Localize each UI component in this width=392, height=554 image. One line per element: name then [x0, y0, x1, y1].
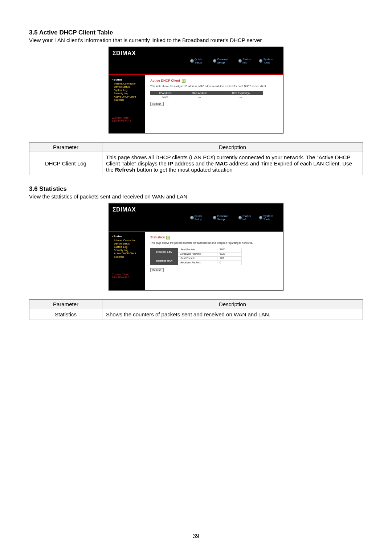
current-time-value: 1/1/1970 0:44:44	[112, 119, 145, 122]
wan-sent-value: 120	[217, 257, 242, 261]
sidebar-status-head[interactable]: Status	[112, 235, 145, 238]
top-menu-status-info[interactable]: Status Info	[238, 58, 256, 64]
sidebar-item-statistics[interactable]: Statistics	[112, 98, 145, 102]
sidebar: Status Internet Connection Device Status…	[109, 232, 145, 290]
top-menu-general-setup[interactable]: General Setup	[213, 214, 235, 221]
param-name: DHCP Client Log	[29, 152, 102, 175]
iface-lan-label: Ethernet LAN	[150, 248, 178, 257]
param-desc: This page shows all DHCP clients (LAN PC…	[102, 152, 363, 175]
help-icon[interactable]: ?	[166, 236, 170, 239]
lan-recv-value: 6128	[217, 252, 242, 257]
top-menu-system-tools[interactable]: System Tools	[259, 58, 279, 64]
sidebar-item-internet-connection[interactable]: Internet Connection	[112, 239, 145, 242]
content-title: Statistics	[150, 235, 165, 239]
param-desc: Shows the counters of packets sent and r…	[102, 309, 363, 320]
current-time-label: Current Time	[112, 273, 145, 276]
stat-row-wan: Ethernet WAN Sent Packets120 Received Pa…	[150, 257, 278, 265]
top-menu: Quick Setup General Setup Status Info Sy…	[190, 214, 279, 221]
page-number: 39	[0, 533, 392, 539]
top-menu-general-setup[interactable]: General Setup	[213, 58, 235, 64]
brand-logo: ΣDIMAX	[113, 206, 190, 213]
sidebar-item-system-log[interactable]: System Log	[112, 245, 145, 249]
dhcp-table: IP Address MAC Address Time Expired(s) N…	[150, 91, 263, 99]
menu-icon	[213, 59, 216, 63]
col-mac: MAC Address	[180, 91, 219, 95]
col-parameter: Parameter	[29, 143, 102, 152]
col-time: Time Expired(s)	[219, 91, 263, 95]
param-table-35: Parameter Description DHCP Client Log Th…	[29, 142, 363, 175]
section-heading-35: 3.5 Active DHCP Client Table	[29, 29, 363, 36]
param-name: Statistics	[29, 309, 102, 320]
screenshot-dhcp: ΣDIMAX NETWORKING PEOPLE TOGETHER Quick …	[109, 47, 283, 134]
col-ip: IP Address	[150, 91, 180, 95]
screenshot-statistics: ΣDIMAX NETWORKING PEOPLE TOGETHER Quick …	[109, 203, 283, 290]
brand-tagline: NETWORKING PEOPLE TOGETHER	[113, 59, 167, 72]
help-icon[interactable]: ?	[182, 79, 185, 83]
content-description: This page shows the packet counters for …	[150, 242, 278, 244]
param-table-36: Parameter Description Statistics Shows t…	[29, 299, 363, 320]
sidebar-item-active-dhcp-client[interactable]: Active DHCP Client	[112, 95, 145, 98]
stat-row-lan: Ethernet LAN Sent Packets3806 Received P…	[150, 248, 278, 257]
top-menu-quick-setup[interactable]: Quick Setup	[190, 214, 209, 221]
menu-icon	[190, 59, 193, 63]
menu-icon	[213, 216, 216, 219]
sidebar-item-security-log[interactable]: Security Log	[112, 249, 145, 252]
wan-recv-value: 0	[217, 261, 242, 265]
sidebar-item-statistics[interactable]: Statistics	[112, 255, 145, 258]
top-menu: Quick Setup General Setup Status Info Sy…	[190, 58, 279, 64]
brand-logo: ΣDIMAX	[113, 50, 190, 57]
menu-icon	[238, 216, 242, 219]
section-intro-35: View your LAN client's information that …	[29, 37, 363, 43]
current-time-label: Current Time	[112, 116, 145, 119]
sidebar-item-security-log[interactable]: Security Log	[112, 92, 145, 95]
content-title: Active DHCP Client	[150, 79, 180, 82]
sidebar-item-system-log[interactable]: System Log	[112, 89, 145, 92]
menu-icon	[259, 216, 262, 219]
col-parameter: Parameter	[29, 299, 102, 309]
section-heading-36: 3.6 Statistics	[29, 185, 363, 193]
menu-icon	[190, 216, 193, 219]
content-description: This table shows the assigned IP address…	[150, 85, 278, 87]
section-intro-36: View the statistics of packets sent and …	[29, 193, 363, 200]
menu-icon	[259, 59, 262, 63]
content-pane: Active DHCP Client ? This table shows th…	[145, 75, 283, 133]
sidebar-item-active-dhcp-client[interactable]: Active DHCP Client	[112, 252, 145, 255]
iface-wan-label: Ethernet WAN	[150, 257, 178, 265]
top-menu-quick-setup[interactable]: Quick Setup	[190, 58, 209, 64]
sidebar-item-device-status[interactable]: Device Status	[112, 85, 145, 89]
col-description: Description	[102, 143, 363, 152]
lan-sent-value: 3806	[217, 248, 242, 252]
current-time-value: 1/1/1970 0:49:3	[112, 276, 145, 279]
menu-icon	[238, 59, 242, 63]
refresh-button[interactable]: Refresh	[150, 268, 164, 272]
content-pane: Statistics ? This page shows the packet …	[145, 232, 283, 290]
refresh-button[interactable]: Refresh	[150, 102, 164, 106]
top-menu-system-tools[interactable]: System Tools	[259, 214, 279, 221]
top-menu-status-info[interactable]: Status Info	[238, 214, 256, 221]
sidebar-item-device-status[interactable]: Device Status	[112, 242, 145, 245]
table-row: None --- ---	[150, 95, 263, 99]
col-description: Description	[102, 299, 363, 309]
sidebar: Status Internet Connection Device Status…	[109, 75, 145, 133]
brand-tagline: NETWORKING PEOPLE TOGETHER	[113, 216, 167, 229]
sidebar-status-head[interactable]: Status	[112, 78, 145, 81]
sidebar-item-internet-connection[interactable]: Internet Connection	[112, 82, 145, 85]
